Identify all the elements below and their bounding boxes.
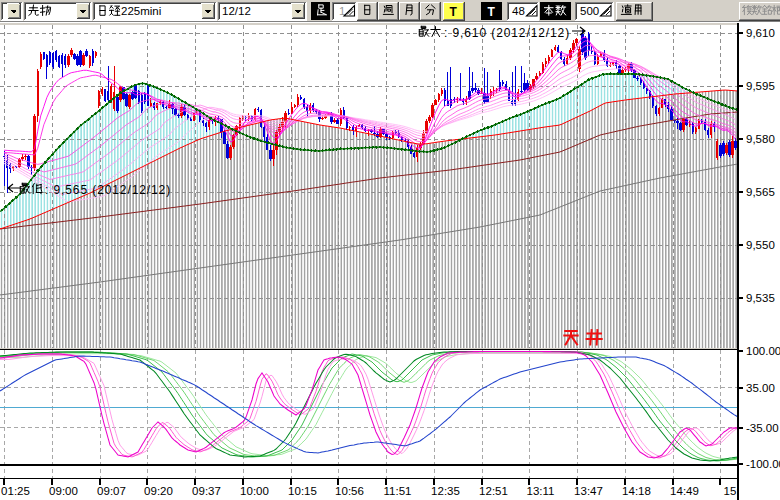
svg-text:T: T	[488, 5, 496, 19]
svg-text:13:47: 13:47	[574, 485, 603, 497]
svg-text:100.00: 100.00	[746, 345, 780, 357]
svg-text:9,595: 9,595	[746, 80, 775, 92]
svg-text:T: T	[450, 5, 458, 19]
svg-text:09:07: 09:07	[97, 485, 126, 497]
svg-text:11:51: 11:51	[384, 485, 412, 497]
svg-text:9,565: 9,565	[746, 186, 775, 198]
svg-text:-35.00: -35.00	[746, 422, 779, 434]
svg-text:09:37: 09:37	[192, 485, 221, 497]
svg-text:12:51: 12:51	[479, 485, 508, 497]
svg-text:13:11: 13:11	[527, 485, 555, 497]
svg-text:9,580: 9,580	[746, 133, 775, 145]
svg-text:: 9,610 (2012/12/12): : 9,610 (2012/12/12)	[444, 26, 570, 40]
svg-text:48: 48	[512, 5, 525, 17]
svg-text:225mini: 225mini	[121, 5, 161, 17]
svg-text:14:49: 14:49	[670, 485, 699, 497]
svg-text:09:20: 09:20	[144, 485, 173, 497]
svg-text:500: 500	[580, 5, 599, 17]
svg-text:10:00: 10:00	[240, 485, 269, 497]
svg-text:10:15: 10:15	[288, 485, 317, 497]
svg-text:10:56: 10:56	[335, 485, 364, 497]
svg-text:12:35: 12:35	[431, 485, 460, 497]
svg-text:: 9,565 (2012/12/12): : 9,565 (2012/12/12)	[45, 183, 171, 197]
svg-text:14:18: 14:18	[622, 485, 651, 497]
svg-text:9,550: 9,550	[746, 239, 775, 251]
svg-text:9,610: 9,610	[746, 27, 775, 39]
svg-text:01:25: 01:25	[1, 485, 30, 497]
svg-text:15:: 15:	[724, 485, 740, 497]
svg-text:35.00: 35.00	[746, 382, 775, 394]
svg-text:12/12: 12/12	[222, 5, 251, 17]
svg-text:9,535: 9,535	[746, 292, 775, 304]
svg-text:-100.00: -100.00	[746, 458, 780, 470]
svg-text:09:00: 09:00	[49, 485, 78, 497]
